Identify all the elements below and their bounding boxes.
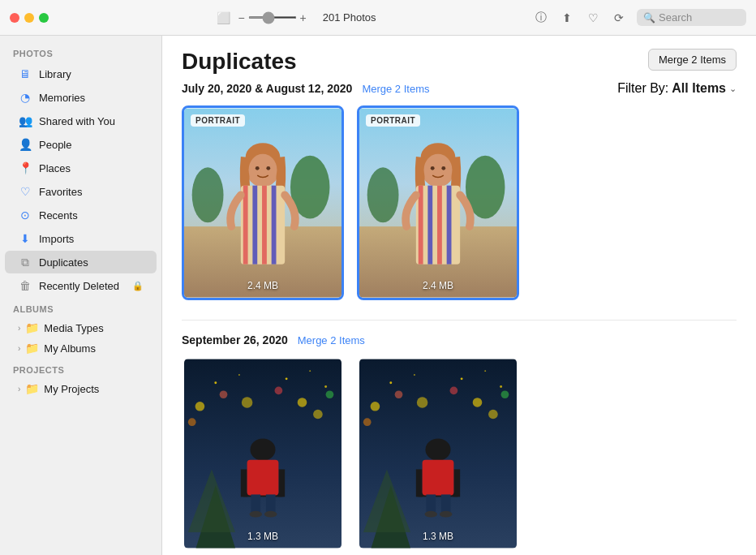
sidebar-item-imports[interactable]: ⬇ Imports [5, 227, 157, 250]
view-toggle-icon[interactable]: ⬜ [215, 10, 231, 26]
photo-size-2-2: 1.3 MB [359, 531, 517, 542]
merge-link-1[interactable]: Merge 2 Items [362, 83, 429, 95]
sidebar-item-recents[interactable]: ⊙ Recents [5, 204, 157, 226]
svg-rect-44 [278, 469, 285, 497]
svg-point-13 [266, 166, 270, 170]
svg-point-55 [414, 374, 415, 376]
photo-row-2: 1.3 MB [182, 356, 737, 551]
sidebar-item-shared-with-you[interactable]: 👥 Shared with You [5, 110, 157, 132]
merge-all-button[interactable]: Merge 2 Items [648, 49, 737, 71]
sidebar-item-places[interactable]: 📍 Places [5, 157, 157, 179]
svg-point-59 [371, 402, 380, 411]
titlebar-actions: ⓘ ⬆ ♡ ⟳ 🔍 [533, 9, 746, 26]
svg-point-33 [324, 385, 327, 388]
titlebar-center: ⬜ − + 201 Photos [58, 10, 533, 26]
sidebar-item-memories[interactable]: ◔ Memories [5, 86, 157, 109]
svg-rect-22 [427, 186, 432, 265]
photo-size-2-1: 1.3 MB [184, 531, 341, 542]
recents-icon: ⊙ [18, 208, 32, 222]
svg-point-66 [488, 410, 498, 419]
projects-section-label: Projects [0, 359, 161, 378]
my-projects-folder-icon: 📁 [25, 382, 39, 395]
svg-point-50 [264, 511, 277, 518]
content-header: Duplicates Merge 2 Items [182, 49, 737, 75]
sidebar-label-favorites: Favorites [39, 186, 82, 198]
svg-point-3 [192, 167, 224, 222]
zoom-slider[interactable] [248, 16, 297, 19]
window-controls [10, 13, 49, 23]
my-albums-folder-icon: 📁 [25, 342, 39, 355]
sidebar-label-my-albums: My Albums [44, 342, 96, 355]
group-date-1: July 20, 2020 & August 12, 2020 [182, 82, 352, 95]
svg-point-11 [249, 154, 277, 186]
photo-card-1-2[interactable]: PORTRAIT 2.4 MB [357, 105, 519, 300]
svg-point-38 [298, 398, 307, 407]
svg-point-37 [275, 387, 283, 395]
svg-rect-24 [447, 186, 452, 265]
content-area: Duplicates Merge 2 Items July 20, 2020 &… [162, 36, 756, 555]
memories-icon: ◔ [18, 90, 32, 105]
sidebar-item-duplicates[interactable]: ⧉ Duplicates [5, 251, 157, 273]
search-box[interactable]: 🔍 [637, 9, 746, 26]
sidebar-item-favorites[interactable]: ♡ Favorites [5, 180, 157, 203]
svg-point-64 [501, 390, 509, 398]
photos-section-label: Photos [0, 42, 161, 62]
svg-point-60 [395, 390, 403, 398]
svg-point-70 [425, 439, 450, 461]
sidebar-item-my-projects[interactable]: › 📁 My Projects [5, 379, 157, 398]
merge-link-2[interactable]: Merge 2 Items [298, 334, 365, 346]
zoom-in-icon[interactable]: + [300, 11, 307, 24]
svg-rect-10 [272, 186, 277, 265]
photo-size-1-2: 2.4 MB [359, 280, 517, 291]
svg-point-54 [389, 381, 392, 384]
sidebar-label-shared: Shared with You [39, 115, 115, 127]
sidebar-label-imports: Imports [39, 233, 74, 245]
imports-icon: ⬇ [18, 231, 32, 246]
svg-point-26 [431, 166, 435, 170]
my-albums-chevron-icon: › [18, 344, 20, 353]
svg-point-34 [195, 402, 205, 411]
sidebar-item-my-albums[interactable]: › 📁 My Albums [5, 338, 157, 358]
rotate-icon[interactable]: ⟳ [611, 10, 627, 26]
svg-point-25 [424, 154, 453, 186]
sidebar-label-duplicates: Duplicates [39, 256, 88, 269]
share-icon[interactable]: ⬆ [559, 10, 575, 26]
filter-by-label: Filter By: [617, 81, 668, 96]
photo-badge-1-1: PORTRAIT [191, 114, 245, 127]
sidebar-label-library: Library [39, 68, 71, 80]
sidebar-item-library[interactable]: 🖥 Library [5, 62, 157, 85]
sidebar-label-people: People [39, 139, 71, 151]
sidebar-label-recents: Recents [39, 209, 78, 222]
svg-point-45 [250, 439, 275, 461]
sidebar-label-my-projects: My Projects [44, 383, 99, 395]
svg-rect-69 [453, 469, 460, 497]
photo-card-2-1[interactable]: 1.3 MB [182, 356, 344, 551]
search-icon: 🔍 [643, 12, 655, 24]
zoom-out-icon[interactable]: − [238, 11, 244, 24]
sidebar-item-people[interactable]: 👤 People [5, 133, 157, 156]
sidebar-item-recently-deleted[interactable]: 🗑 Recently Deleted 🔒 [5, 274, 157, 297]
svg-point-35 [220, 390, 228, 398]
shared-with-you-icon: 👥 [18, 114, 32, 128]
filter-chevron-icon[interactable]: ⌄ [729, 84, 737, 94]
maximize-button[interactable] [39, 13, 49, 23]
photo-card-1-1[interactable]: PORTRAIT 2.4 MB [182, 105, 344, 300]
svg-point-30 [238, 374, 240, 376]
svg-point-31 [286, 377, 288, 380]
minimize-button[interactable] [24, 13, 34, 23]
heart-icon[interactable]: ♡ [585, 10, 601, 26]
photo-card-2-2[interactable]: 1.3 MB [357, 356, 519, 551]
close-button[interactable] [10, 13, 19, 23]
svg-rect-9 [262, 186, 267, 265]
search-input[interactable] [659, 11, 740, 24]
sidebar-item-media-types[interactable]: › 📁 Media Types [5, 318, 157, 338]
recently-deleted-icon: 🗑 [18, 278, 32, 293]
info-icon[interactable]: ⓘ [533, 10, 549, 26]
sidebar-label-media-types: Media Types [44, 322, 103, 334]
titlebar: ⬜ − + 201 Photos ⓘ ⬆ ♡ ⟳ 🔍 [0, 0, 756, 36]
svg-rect-46 [247, 460, 279, 496]
sidebar: Photos 🖥 Library ◔ Memories 👥 Shared wit… [0, 36, 162, 555]
group-header-2: September 26, 2020 Merge 2 Items [182, 333, 737, 346]
filter-value[interactable]: All Items [672, 81, 726, 96]
favorites-icon: ♡ [18, 184, 32, 199]
